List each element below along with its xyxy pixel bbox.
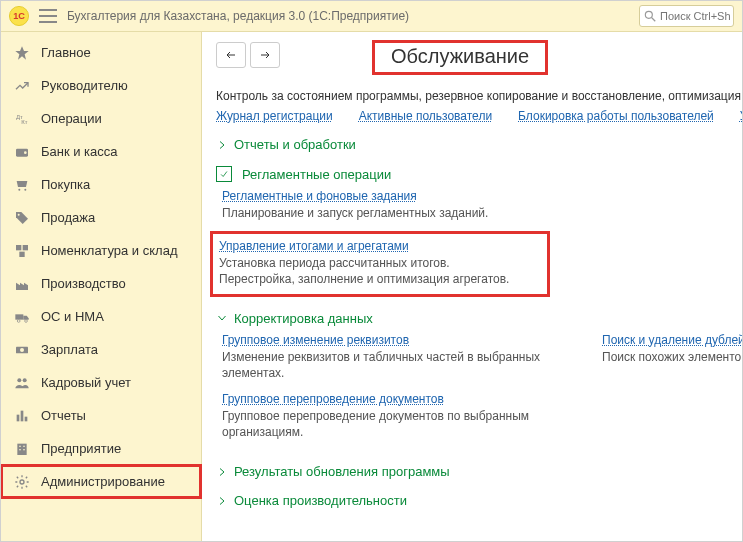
link-journal[interactable]: Журнал регистрации (216, 109, 333, 123)
svg-point-20 (17, 378, 21, 382)
section-updates[interactable]: Результаты обновления программы (216, 464, 742, 479)
nav-label: Главное (41, 45, 91, 60)
link-batch-edit[interactable]: Групповое изменение реквизитов (222, 333, 409, 347)
svg-point-11 (18, 213, 20, 215)
nav-purchase[interactable]: Покупка (1, 168, 201, 201)
money-icon (13, 341, 31, 359)
nav-label: Зарплата (41, 342, 98, 357)
svg-rect-13 (23, 245, 28, 250)
svg-text:1C: 1C (13, 11, 25, 21)
nav-label: Производство (41, 276, 126, 291)
link-active-users[interactable]: Активные пользователи (359, 109, 492, 123)
svg-rect-14 (19, 251, 24, 256)
nav-main[interactable]: Главное (1, 36, 201, 69)
building-icon (13, 440, 31, 458)
section-perf[interactable]: Оценка производительности (216, 493, 742, 508)
svg-line-3 (652, 18, 656, 22)
checkbox-icon[interactable] (216, 166, 232, 182)
svg-point-8 (24, 151, 27, 154)
section-title: Результаты обновления программы (234, 464, 450, 479)
section-reports[interactable]: Отчеты и обработки (216, 137, 742, 152)
nav-label: Номенклатура и склад (41, 243, 177, 258)
svg-rect-22 (17, 414, 20, 421)
nav-salary[interactable]: Зарплата (1, 333, 201, 366)
desc-find-duplicates: Поиск похожих элементов по зад (602, 349, 742, 365)
chevron-right-icon (216, 139, 228, 151)
nav-label: Администрирование (41, 474, 165, 489)
desc-scheduled-jobs: Планирование и запуск регламентных задан… (222, 205, 742, 221)
nav-hr[interactable]: Кадровый учет (1, 366, 201, 399)
svg-text:Кт: Кт (21, 119, 27, 125)
wallet-icon (13, 143, 31, 161)
gear-icon (13, 473, 31, 491)
tag-icon (13, 209, 31, 227)
nav-enterprise[interactable]: Предприятие (1, 432, 201, 465)
link-find-duplicates[interactable]: Поиск и удаление дублей (602, 333, 742, 347)
highlighted-block: Управление итогами и агрегатами Установк… (210, 231, 550, 296)
menu-icon[interactable] (39, 9, 57, 23)
star-icon (13, 44, 31, 62)
chevron-down-icon (216, 312, 228, 324)
page-subtitle: Контроль за состоянием программы, резерв… (216, 89, 742, 103)
app-logo-icon: 1C (9, 6, 29, 26)
nav-label: Операции (41, 111, 102, 126)
svg-point-2 (645, 11, 652, 18)
nav-label: Отчеты (41, 408, 86, 423)
link-delete-marked[interactable]: Удаление помече (740, 109, 742, 123)
section-title: Отчеты и обработки (234, 137, 356, 152)
search-icon (643, 9, 657, 23)
svg-rect-23 (21, 410, 24, 421)
boxes-icon (13, 242, 31, 260)
truck-icon (13, 308, 31, 326)
svg-point-17 (25, 319, 28, 322)
section-title: Оценка производительности (234, 493, 407, 508)
nav-label: Продажа (41, 210, 95, 225)
nav-label: Покупка (41, 177, 90, 192)
topbar: 1C Бухгалтерия для Казахстана, редакция … (1, 1, 742, 32)
nav-label: Кадровый учет (41, 375, 131, 390)
svg-point-30 (20, 480, 24, 484)
chevron-right-icon (216, 495, 228, 507)
page-title: Обслуживание (372, 40, 548, 75)
svg-point-21 (23, 378, 27, 382)
section-correction[interactable]: Корректировка данных (216, 311, 742, 326)
search-box[interactable] (639, 5, 734, 27)
svg-rect-25 (17, 443, 26, 454)
nav-label: Руководителю (41, 78, 128, 93)
svg-rect-29 (23, 449, 24, 450)
nav-operations[interactable]: ДтКтОперации (1, 102, 201, 135)
back-button[interactable] (216, 42, 246, 68)
forward-button[interactable] (250, 42, 280, 68)
section-title: Корректировка данных (234, 311, 373, 326)
nav-sale[interactable]: Продажа (1, 201, 201, 234)
svg-rect-15 (15, 314, 23, 319)
link-totals-management[interactable]: Управление итогами и агрегатами (219, 239, 409, 253)
nav-bank[interactable]: Банк и касса (1, 135, 201, 168)
chevron-right-icon (216, 466, 228, 478)
nav-label: Предприятие (41, 441, 121, 456)
link-bar: Журнал регистрации Активные пользователи… (216, 109, 742, 123)
desc-batch-edit: Изменение реквизитов и табличных частей … (222, 349, 562, 381)
content-area: Обслуживание Контроль за состоянием прог… (202, 32, 742, 542)
nav-manager[interactable]: Руководителю (1, 69, 201, 102)
bars-icon (13, 407, 31, 425)
svg-rect-24 (25, 416, 28, 421)
nav-label: Банк и касса (41, 144, 118, 159)
svg-rect-27 (23, 445, 24, 446)
window-title: Бухгалтерия для Казахстана, редакция 3.0… (67, 9, 409, 23)
nav-production[interactable]: Производство (1, 267, 201, 300)
section-scheduled[interactable]: Регламентные операции (216, 166, 742, 182)
link-scheduled-jobs[interactable]: Регламентные и фоновые задания (222, 189, 417, 203)
nav-reports[interactable]: Отчеты (1, 399, 201, 432)
nav-assets[interactable]: ОС и НМА (1, 300, 201, 333)
link-batch-repost[interactable]: Групповое перепроведение документов (222, 392, 444, 406)
nav-catalog[interactable]: Номенклатура и склад (1, 234, 201, 267)
operations-icon: ДтКт (13, 110, 31, 128)
svg-rect-28 (19, 449, 20, 450)
svg-marker-4 (15, 46, 28, 59)
nav-administration[interactable]: Администрирование (1, 465, 201, 498)
sidebar: Главное Руководителю ДтКтОперации Банк и… (1, 32, 202, 542)
link-block-users[interactable]: Блокировка работы пользователей (518, 109, 714, 123)
desc-totals-management: Установка периода рассчитанных итогов. П… (219, 255, 539, 287)
people-icon (13, 374, 31, 392)
